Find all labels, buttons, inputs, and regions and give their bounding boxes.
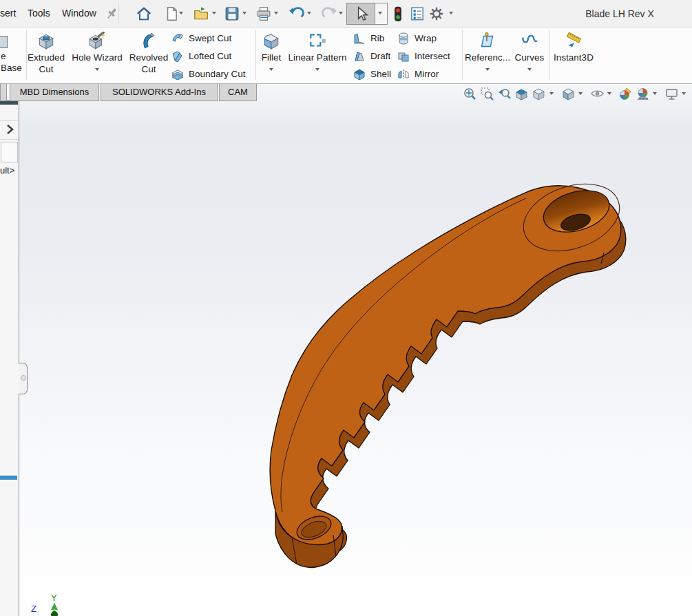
select-tool-caret[interactable]: [378, 12, 382, 14]
instant3d-button[interactable]: Instant3D: [551, 28, 596, 82]
menu-insert-truncated[interactable]: sert: [0, 8, 16, 19]
rib-icon: [353, 32, 366, 45]
rib-button[interactable]: Rib: [353, 30, 394, 47]
apply-scene-caret[interactable]: [653, 92, 657, 95]
fillet-button[interactable]: Fillet: [257, 28, 286, 82]
separator: [462, 30, 463, 80]
divider: [0, 139, 19, 140]
zoom-to-fit-icon[interactable]: [463, 87, 477, 101]
swept-cut-icon: [171, 32, 185, 45]
linear-pattern-icon: [308, 32, 327, 51]
new-document-caret[interactable]: [179, 12, 183, 14]
edit-appearance-icon[interactable]: [618, 87, 633, 101]
view-orientation-icon[interactable]: [532, 87, 546, 101]
apply-scene-icon[interactable]: [636, 87, 650, 101]
zoom-to-area-icon[interactable]: [480, 87, 494, 101]
traffic-light-icon[interactable]: [390, 6, 406, 22]
new-document-icon[interactable]: [163, 6, 180, 22]
curves-icon: [520, 32, 539, 51]
separator: [549, 30, 549, 80]
lofted-cut-icon: [171, 50, 185, 63]
fillet-caret[interactable]: [269, 68, 273, 71]
svg-text:Y: Y: [51, 593, 57, 603]
options-gear-icon[interactable]: [428, 6, 445, 22]
options-caret[interactable]: [449, 12, 453, 14]
curves-button[interactable]: Curves: [513, 28, 546, 82]
extruded-cut-button[interactable]: Extruded Cut: [21, 28, 71, 82]
undo-caret[interactable]: [307, 12, 311, 14]
divider: [0, 120, 19, 121]
separator: [255, 30, 256, 80]
curves-caret[interactable]: [527, 68, 532, 71]
print-icon[interactable]: [255, 6, 272, 22]
view-settings-icon[interactable]: [664, 87, 679, 101]
svg-text:Z: Z: [31, 604, 36, 614]
pin-icon[interactable]: [103, 6, 120, 22]
separator: [118, 3, 119, 25]
shell-icon: [353, 67, 366, 81]
lofted-cut-button[interactable]: Lofted Cut: [171, 47, 252, 65]
instant3d-icon: [564, 32, 583, 51]
open-icon[interactable]: [193, 6, 209, 22]
open-caret[interactable]: [212, 12, 216, 14]
tab-solidworks-addins[interactable]: SOLIDWORKS Add-Ins: [101, 83, 218, 101]
hide-show-items-icon[interactable]: [590, 87, 605, 101]
fillet-icon: [262, 32, 281, 51]
shell-button[interactable]: Shell: [353, 65, 394, 83]
hide-show-items-caret[interactable]: [607, 92, 611, 95]
collapsed-feature-panel: [0, 84, 19, 616]
menu-window[interactable]: Window: [62, 8, 96, 19]
redo-caret[interactable]: [339, 12, 343, 14]
save-icon[interactable]: [224, 6, 240, 22]
wrap-icon: [397, 32, 410, 45]
display-style-caret[interactable]: [578, 92, 583, 95]
orientation-triad: Y Z: [31, 593, 58, 616]
wrap-button[interactable]: Wrap: [397, 30, 459, 47]
revolved-cut-button[interactable]: Revolved Cut: [126, 28, 171, 82]
draft-button[interactable]: Draft: [353, 47, 394, 65]
document-properties-icon[interactable]: [409, 6, 426, 22]
document-title: Blade LH Rev X: [558, 8, 682, 19]
save-caret[interactable]: [242, 12, 247, 14]
home-icon[interactable]: [136, 6, 152, 22]
reference-geometry-icon: [478, 32, 497, 51]
linear-pattern-button[interactable]: Linear Pattern: [287, 28, 348, 82]
expand-panel-chevron-icon[interactable]: [4, 124, 15, 135]
draft-icon: [353, 50, 366, 63]
ribbon-content: e Base Extruded Cut Hole: [0, 28, 692, 83]
previous-view-icon[interactable]: [497, 87, 512, 101]
tab-partial[interactable]: [0, 83, 7, 101]
select-cursor-icon: [353, 6, 370, 22]
view-settings-caret[interactable]: [682, 92, 686, 95]
mirror-button[interactable]: Mirror: [397, 65, 459, 83]
swept-cut-button[interactable]: Swept Cut: [171, 30, 252, 47]
section-view-icon[interactable]: [514, 87, 529, 101]
view-orientation-caret[interactable]: [549, 92, 554, 95]
hole-wizard-caret[interactable]: [95, 68, 99, 71]
print-caret[interactable]: [274, 12, 278, 14]
linear-pattern-caret[interactable]: [315, 68, 319, 71]
tab-cam[interactable]: CAM: [219, 83, 257, 101]
reference-geometry-caret[interactable]: [485, 68, 490, 71]
boundary-cut-button[interactable]: Boundary Cut: [171, 65, 252, 83]
intersect-icon: [397, 50, 410, 63]
reference-geometry-button[interactable]: Referenc...: [464, 28, 511, 82]
undo-icon[interactable]: [289, 6, 305, 22]
hole-wizard-icon: [87, 32, 107, 51]
menu-tools[interactable]: Tools: [28, 8, 50, 19]
redo-icon[interactable]: [321, 6, 337, 22]
tab-mbd-dimensions[interactable]: MBD Dimensions: [10, 83, 99, 101]
mirror-icon: [397, 67, 410, 81]
splitter-dot: [21, 375, 26, 381]
panel-box-fragment: [1, 142, 18, 162]
revolved-cut-icon: [139, 32, 158, 51]
panel-selection-bar: [0, 476, 17, 480]
intersect-button[interactable]: Intersect: [397, 47, 459, 65]
configuration-text-fragment: ult>: [0, 165, 14, 176]
hole-wizard-button[interactable]: Hole Wizard: [70, 28, 124, 82]
display-style-icon[interactable]: [561, 87, 576, 101]
truncated-icon-fragment: [0, 36, 8, 48]
boundary-cut-icon: [171, 67, 185, 81]
extruded-cut-icon: [36, 32, 56, 51]
